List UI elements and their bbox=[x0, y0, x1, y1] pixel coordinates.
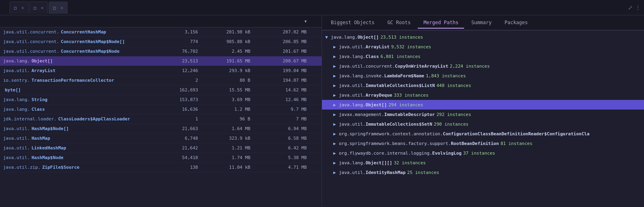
panel-tabs-bar: Biggest Objects GC Roots Merged Paths Su… bbox=[322, 15, 644, 31]
close-tab-2[interactable]: ✕ bbox=[41, 5, 44, 10]
tree-row[interactable]: ▶org.springframework.beans.factory.suppo… bbox=[322, 139, 644, 148]
close-tab-1[interactable]: ✕ bbox=[21, 5, 24, 10]
tree-toggle-icon[interactable]: ▶ bbox=[333, 102, 339, 108]
tab-merged-paths[interactable]: Merged Paths bbox=[418, 17, 464, 29]
cell-count: 153,873 bbox=[164, 97, 204, 102]
table-row[interactable]: java.util.LinkedHashMap21,6421.21 MB6.42… bbox=[0, 143, 322, 153]
tree-toggle-icon[interactable]: ▶ bbox=[333, 64, 339, 69]
cell-retained: 6.58 MB bbox=[257, 136, 313, 141]
cell-count: 162,693 bbox=[164, 87, 204, 93]
tree-count: 294 instances bbox=[388, 102, 423, 108]
tab-summary[interactable]: Summary bbox=[466, 17, 497, 29]
table-row[interactable]: java.util.HashMap6,748323.9 kB6.58 MB bbox=[0, 134, 322, 143]
tree-row[interactable]: ▶java.lang.Class6,801 instances bbox=[322, 52, 644, 61]
tree-toggle-icon[interactable]: ▼ bbox=[325, 35, 331, 40]
cell-shallow: 191.65 MB bbox=[204, 58, 257, 64]
cell-class: java.lang.String bbox=[3, 97, 164, 102]
tree-row[interactable]: ▶org.flywaydb.core.internal.logging.Evol… bbox=[322, 148, 644, 158]
tree-toggle-icon[interactable]: ▶ bbox=[333, 122, 339, 127]
tree-count: 1,843 instances bbox=[426, 73, 466, 79]
table-row[interactable]: java.lang.String153,8733.69 MB12.46 MB bbox=[0, 95, 322, 105]
tree-row[interactable]: ▼java.lang.Object[]23,513 instances bbox=[322, 32, 644, 42]
close-tab-3[interactable]: ✕ bbox=[60, 5, 63, 10]
tree-toggle-icon[interactable]: ▶ bbox=[333, 131, 339, 137]
table-row[interactable]: byte[]162,69315.55 MB14.62 MB bbox=[0, 85, 322, 95]
cell-retained: 12.46 MB bbox=[257, 97, 313, 102]
file-icon-3: □ bbox=[53, 6, 56, 10]
table-row[interactable]: io.sentry.TransactionPerformanceCollecto… bbox=[0, 76, 322, 85]
cell-retained: 200.67 MB bbox=[257, 58, 313, 64]
tree-count: 81 instances bbox=[500, 141, 532, 146]
tree-count: 333 instances bbox=[394, 93, 428, 98]
cell-count: 23,513 bbox=[164, 58, 204, 64]
more-options-icon[interactable]: ⋮ bbox=[635, 4, 641, 11]
cell-class: java.util.concurrent.ConcurrentHashMap$N… bbox=[3, 49, 164, 54]
tree-toggle-icon[interactable]: ▶ bbox=[333, 83, 339, 88]
cell-class: java.util.HashMap$Node[] bbox=[3, 126, 164, 131]
tree-row[interactable]: ▶java.util.ArrayList9,532 instances bbox=[322, 42, 644, 52]
top-bar: □ ✕ □ ✕ □ ✕ ⤢ ⋮ bbox=[0, 0, 644, 15]
tree-toggle-icon[interactable]: ▶ bbox=[333, 44, 339, 50]
tree-count: 23,513 instances bbox=[380, 35, 423, 40]
tree-toggle-icon[interactable]: ▶ bbox=[333, 73, 339, 79]
table-header: ▼ bbox=[0, 15, 322, 27]
tree-toggle-icon[interactable]: ▶ bbox=[333, 54, 339, 59]
tree-row[interactable]: ▶java.util.ImmutableCollections$SetN290 … bbox=[322, 119, 644, 129]
cell-class: java.util.HashMap bbox=[3, 136, 164, 141]
tree-row[interactable]: ▶java.lang.Object[][]32 instances bbox=[322, 158, 644, 168]
cell-shallow: 96 B bbox=[204, 116, 257, 122]
table-row[interactable]: java.util.concurrent.ConcurrentHashMap3,… bbox=[0, 27, 322, 37]
table-row[interactable]: java.util.HashMap$Node[]21,6631.64 MB6.9… bbox=[0, 124, 322, 134]
tab-biggest-objects[interactable]: Biggest Objects bbox=[325, 17, 380, 29]
cell-shallow: 323.9 kB bbox=[204, 136, 257, 141]
tree-row[interactable]: ▶javax.management.ImmutableDescriptor292… bbox=[322, 110, 644, 119]
cell-retained: 9.7 MB bbox=[257, 107, 313, 112]
tree-count: 6,801 instances bbox=[380, 54, 420, 59]
tab-packages[interactable]: Packages bbox=[499, 17, 533, 29]
tree-count: 9,532 instances bbox=[391, 44, 431, 50]
tree-toggle-icon[interactable]: ▶ bbox=[333, 112, 339, 117]
cell-retained: 14.62 MB bbox=[257, 87, 313, 93]
tree-toggle-icon[interactable]: ▶ bbox=[333, 93, 339, 98]
tree-row[interactable]: ▶java.util.IdentityHashMap25 instances bbox=[322, 168, 644, 177]
column-retained[interactable]: ▼ bbox=[257, 19, 313, 23]
cell-count: 12,246 bbox=[164, 68, 204, 73]
cell-class: java.util.HashMap$Node bbox=[3, 155, 164, 160]
cell-class: java.util.LinkedHashMap bbox=[3, 145, 164, 151]
tree-toggle-icon[interactable]: ▶ bbox=[333, 160, 339, 166]
cell-class: java.util.concurrent.ConcurrentHashMap bbox=[3, 29, 164, 35]
tree-row[interactable]: ▶java.util.ArrayDeque333 instances bbox=[322, 90, 644, 100]
cell-retained: 6.94 MB bbox=[257, 126, 313, 131]
table-row[interactable]: java.util.zip.ZipFile$Source13811.04 kB4… bbox=[0, 163, 322, 172]
tree-toggle-icon[interactable]: ▶ bbox=[333, 170, 339, 175]
table-row[interactable]: java.util.ArrayList12,246293.9 kB199.04 … bbox=[0, 66, 322, 76]
tree-row[interactable]: ▶java.lang.Object[]294 instances bbox=[322, 100, 644, 110]
tab-jfr[interactable]: □ ✕ bbox=[29, 2, 48, 14]
table-row[interactable]: java.util.HashMap$Node54,4181.74 MB5.38 … bbox=[0, 153, 322, 163]
tree-row[interactable]: ▶java.util.concurrent.CopyOnWriteArrayLi… bbox=[322, 61, 644, 71]
tree-count: 292 instances bbox=[436, 112, 471, 117]
table-row[interactable]: java.lang.Object[]23,513191.65 MB200.67 … bbox=[0, 56, 322, 66]
tree-toggle-icon[interactable]: ▶ bbox=[333, 151, 339, 156]
tree-count: 37 instances bbox=[463, 151, 495, 156]
expand-icon[interactable]: ⤢ bbox=[628, 4, 633, 11]
cell-shallow: 11.04 kB bbox=[204, 165, 257, 170]
file-icon-1: □ bbox=[14, 6, 17, 10]
table-row[interactable]: java.util.concurrent.ConcurrentHashMap$N… bbox=[0, 47, 322, 56]
tree-row[interactable]: ▶java.util.ImmutableCollections$ListN440… bbox=[322, 81, 644, 90]
cell-class: java.lang.Object[] bbox=[3, 58, 164, 64]
cell-count: 3,156 bbox=[164, 29, 204, 35]
tree-count: 25 instances bbox=[407, 170, 439, 175]
tab-hprof-2[interactable]: □ ✕ bbox=[49, 2, 68, 14]
tree-row[interactable]: ▶org.springframework.context.annotation.… bbox=[322, 129, 644, 139]
tree-toggle-icon[interactable]: ▶ bbox=[333, 141, 339, 146]
cell-shallow: 293.9 kB bbox=[204, 68, 257, 73]
tree-count: 440 instances bbox=[436, 83, 471, 88]
tab-hprof-1[interactable]: □ ✕ bbox=[10, 2, 29, 14]
table-row[interactable]: java.lang.Class16,6361.2 MB9.7 MB bbox=[0, 105, 322, 114]
table-row[interactable]: jdk.internal.loader.ClassLoaders$AppClas… bbox=[0, 114, 322, 124]
tree-row[interactable]: ▶java.lang.invoke.LambdaForm$Name1,843 i… bbox=[322, 71, 644, 81]
cell-retained: 207.02 MB bbox=[257, 29, 313, 35]
table-row[interactable]: java.util.concurrent.ConcurrentHashMap$N… bbox=[0, 37, 322, 47]
tab-gc-roots[interactable]: GC Roots bbox=[382, 17, 416, 29]
